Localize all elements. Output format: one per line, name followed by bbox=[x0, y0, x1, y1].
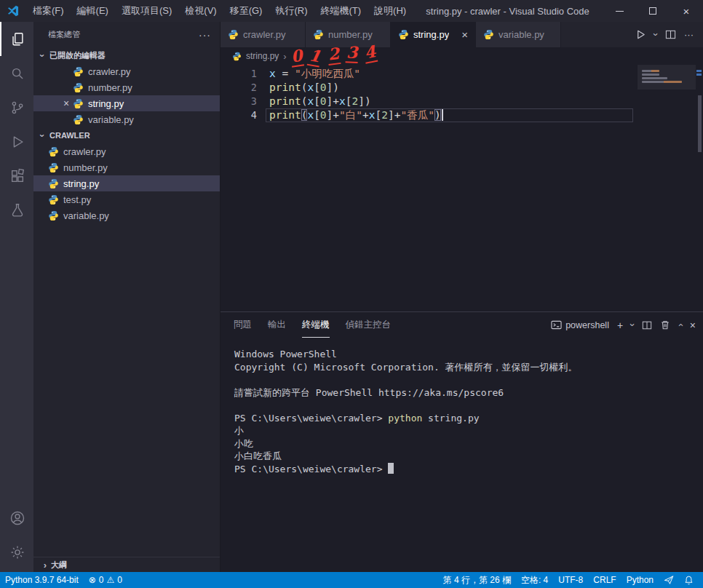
menu-item[interactable]: 執行(R) bbox=[269, 0, 314, 22]
minimap[interactable] bbox=[642, 68, 693, 84]
close-panel-icon[interactable]: × bbox=[690, 319, 696, 331]
menu-item[interactable]: 終端機(T) bbox=[314, 0, 368, 22]
open-editor-item[interactable]: ×string.py bbox=[33, 95, 220, 111]
extensions-icon bbox=[9, 168, 25, 184]
more-actions-icon[interactable]: ··· bbox=[684, 29, 694, 40]
close-editor-icon[interactable]: × bbox=[60, 98, 73, 109]
code-line[interactable]: 2print(x[0]) bbox=[221, 81, 633, 95]
maximize-panel-icon[interactable]: › bbox=[675, 323, 686, 326]
minimize-icon bbox=[616, 11, 624, 12]
editor-tab[interactable]: number.py bbox=[306, 22, 391, 47]
python-file-icon bbox=[48, 194, 59, 205]
file-name: test.py bbox=[63, 194, 91, 205]
code-line[interactable]: 3print(x[0]+x[2]) bbox=[221, 95, 633, 108]
file-name: number.py bbox=[63, 162, 108, 173]
status-item[interactable]: 第 4 行，第 26 欄 bbox=[438, 572, 516, 588]
status-item[interactable]: Python bbox=[621, 572, 659, 588]
explorer-icon bbox=[9, 31, 25, 47]
terminal-dropdown-icon[interactable]: › bbox=[627, 323, 638, 326]
menu-bar: 檔案(F)編輯(E)選取項目(S)檢視(V)移至(G)執行(R)終端機(T)說明… bbox=[26, 0, 413, 22]
terminal-cursor bbox=[388, 463, 394, 474]
status-item[interactable]: UTF-8 bbox=[553, 572, 588, 588]
activity-bar-top bbox=[0, 22, 33, 227]
panel-tab[interactable]: 輸出 bbox=[268, 312, 286, 338]
code-editor[interactable]: 1x = "小明吃西瓜"2print(x[0])3print(x[0]+x[2]… bbox=[221, 65, 703, 311]
activity-search[interactable] bbox=[0, 56, 33, 90]
panel-tabs: 問題輸出終端機偵錯主控台 bbox=[234, 312, 391, 338]
kill-terminal-icon[interactable] bbox=[660, 319, 670, 330]
activity-explorer[interactable] bbox=[0, 22, 33, 56]
terminal-output[interactable]: Windows PowerShellCopyright (C) Microsof… bbox=[221, 338, 703, 572]
menu-item[interactable]: 選取項目(S) bbox=[115, 0, 178, 22]
feedback-icon[interactable] bbox=[659, 572, 679, 588]
line-number: 3 bbox=[221, 95, 257, 108]
split-editor-icon[interactable] bbox=[665, 29, 676, 40]
python-file-icon bbox=[73, 114, 84, 125]
bell-icon[interactable] bbox=[679, 572, 699, 588]
editor-tab[interactable]: variable.py bbox=[476, 22, 561, 47]
outline-section[interactable]: › 大綱 bbox=[33, 557, 220, 572]
code-lines: 1x = "小明吃西瓜"2print(x[0])3print(x[0]+x[2]… bbox=[221, 67, 703, 122]
file-tree-item[interactable]: variable.py bbox=[33, 207, 220, 223]
panel-tab[interactable]: 問題 bbox=[234, 312, 252, 338]
code-line[interactable]: 4print(x[0]+"白"+x[2]+"香瓜") bbox=[221, 108, 633, 122]
project-header[interactable]: › CRAWLER bbox=[33, 127, 220, 143]
file-tree-item[interactable]: crawler.py bbox=[33, 143, 220, 159]
file-tree-item[interactable]: test.py bbox=[33, 191, 220, 207]
python-file-icon bbox=[483, 29, 494, 40]
open-editor-item[interactable]: number.py bbox=[33, 79, 220, 95]
activity-account[interactable] bbox=[0, 501, 33, 535]
status-item[interactable]: ⊗0⚠0 bbox=[84, 572, 127, 588]
menu-item[interactable]: 檢視(V) bbox=[178, 0, 223, 22]
status-item[interactable]: CRLF bbox=[588, 572, 621, 588]
activity-settings[interactable] bbox=[0, 535, 33, 569]
menu-item[interactable]: 編輯(E) bbox=[71, 0, 115, 22]
menu-item[interactable]: 移至(G) bbox=[223, 0, 269, 22]
activity-run-debug[interactable] bbox=[0, 124, 33, 159]
new-terminal-icon[interactable]: + bbox=[617, 319, 623, 331]
shell-selector[interactable]: powershell bbox=[551, 319, 609, 330]
activity-source-control[interactable] bbox=[0, 90, 33, 124]
open-editor-item[interactable]: crawler.py bbox=[33, 63, 220, 79]
file-tree-item[interactable]: number.py bbox=[33, 159, 220, 175]
sidebar-explorer: 檔案總管 ··· › 已開啟的編輯器 crawler.pynumber.py×s… bbox=[33, 22, 221, 572]
run-dropdown-icon[interactable]: › bbox=[650, 33, 661, 36]
split-terminal-icon[interactable] bbox=[642, 320, 652, 330]
run-python-file-icon[interactable] bbox=[635, 29, 646, 40]
minimize-button[interactable] bbox=[603, 0, 636, 22]
title-bar: 檔案(F)編輯(E)選取項目(S)檢視(V)移至(G)執行(R)終端機(T)說明… bbox=[0, 0, 703, 22]
close-button[interactable]: × bbox=[670, 0, 703, 22]
file-tree-item[interactable]: string.py bbox=[33, 175, 220, 191]
activity-testing[interactable] bbox=[0, 193, 33, 227]
vscode-logo-icon bbox=[0, 5, 26, 17]
warnings-icon: ⚠ bbox=[106, 575, 114, 585]
editor-actions: › ··· bbox=[635, 22, 703, 47]
run-debug-icon bbox=[9, 134, 25, 150]
panel-controls: powershell + › › × bbox=[551, 319, 696, 331]
menu-item[interactable]: 檔案(F) bbox=[26, 0, 71, 22]
status-item[interactable]: Python 3.9.7 64-bit bbox=[0, 572, 84, 588]
more-actions-icon[interactable]: ··· bbox=[199, 29, 211, 41]
editor-tab[interactable]: crawler.py bbox=[221, 22, 306, 47]
settings-icon bbox=[9, 544, 25, 560]
project-file-list: crawler.pynumber.pystring.pytest.pyvaria… bbox=[33, 143, 220, 223]
close-tab-icon[interactable]: × bbox=[461, 28, 468, 41]
code-line[interactable]: 1x = "小明吃西瓜" bbox=[221, 67, 633, 81]
editor-tab[interactable]: string.py× bbox=[391, 22, 476, 47]
open-editor-item[interactable]: variable.py bbox=[33, 111, 220, 127]
file-name: crawler.py bbox=[88, 66, 131, 77]
chevron-right-icon: › bbox=[39, 560, 51, 571]
python-file-icon bbox=[73, 82, 84, 93]
status-item[interactable]: 空格: 4 bbox=[516, 572, 553, 588]
open-editors-header[interactable]: › 已開啟的編輯器 bbox=[33, 47, 220, 63]
chevron-down-icon: › bbox=[37, 130, 48, 141]
activity-bar-bottom bbox=[0, 501, 33, 572]
breadcrumb-file[interactable]: string.py bbox=[246, 51, 279, 61]
breadcrumb[interactable]: string.py › bbox=[221, 47, 703, 65]
panel-tab[interactable]: 終端機 bbox=[302, 312, 330, 338]
maximize-button[interactable] bbox=[636, 0, 670, 22]
editor-scrollbar-thumb[interactable] bbox=[698, 95, 702, 152]
activity-extensions[interactable] bbox=[0, 159, 33, 193]
panel-tab[interactable]: 偵錯主控台 bbox=[346, 312, 392, 338]
menu-item[interactable]: 說明(H) bbox=[368, 0, 413, 22]
